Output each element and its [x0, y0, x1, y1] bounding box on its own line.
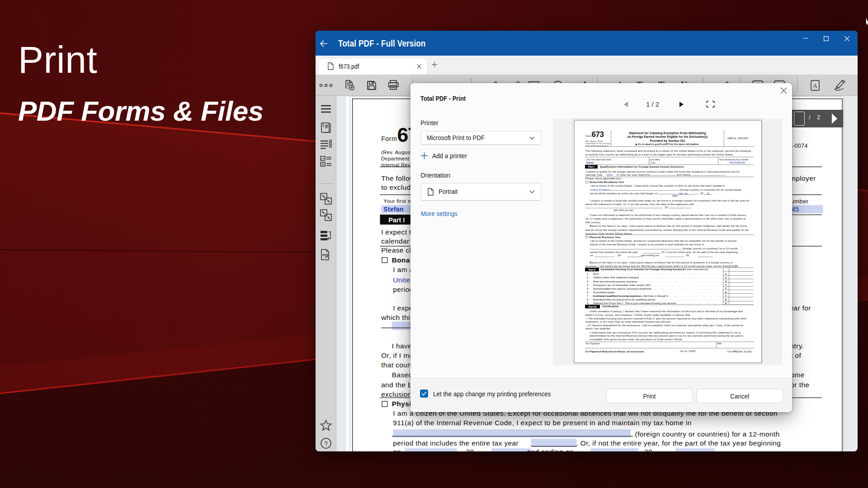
svg-text:?: ? — [324, 440, 327, 447]
svg-text:PDF: PDF — [322, 253, 329, 257]
svg-text:A: A — [813, 82, 817, 89]
